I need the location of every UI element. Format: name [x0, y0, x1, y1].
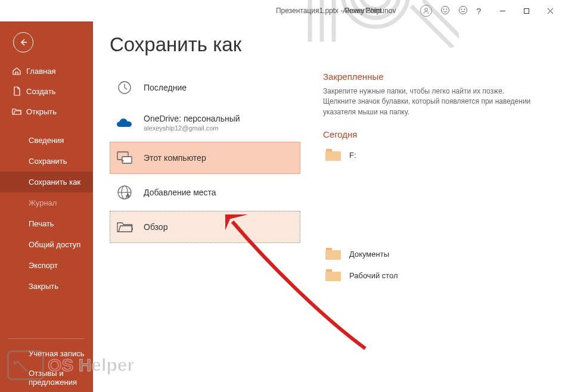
location-label: Последние [144, 83, 187, 92]
titlebar: Презентация1.pptx - PowerPoint Alexey Sh… [0, 0, 562, 21]
minimize-button[interactable] [490, 0, 514, 21]
open-icon [12, 107, 21, 116]
window-controls [490, 0, 562, 21]
backstage-sidebar: Главная Создать Открыть Сведения Сохрани… [0, 21, 93, 392]
window-title: Презентация1.pptx - PowerPoint [100, 7, 557, 15]
browse-icon [116, 219, 133, 235]
pinned-desc: Закрепите нужные папки, чтобы легко найт… [323, 86, 538, 117]
close-button[interactable] [538, 0, 562, 21]
sidebar-item-label: Главная [26, 67, 55, 76]
folder-icon [325, 248, 341, 260]
sidebar-item-saveas[interactable]: Сохранить как [0, 172, 93, 192]
thispc-icon [116, 150, 133, 166]
back-button[interactable] [13, 32, 33, 52]
main-container: Главная Создать Открыть Сведения Сохрани… [0, 21, 562, 392]
location-label: Обзор [144, 222, 167, 232]
svg-point-14 [464, 8, 465, 9]
title-icon-row: ? [420, 5, 481, 17]
location-label: Этот компьютер [144, 153, 206, 163]
sidebar-group-mid: Сведения Сохранить Сохранить как Журнал … [0, 130, 93, 297]
folder-row[interactable]: Документы [323, 243, 548, 265]
maximize-button[interactable] [514, 0, 538, 21]
folder-label: Рабочий стол [349, 271, 398, 280]
sidebar-item-label: Создать [26, 87, 55, 96]
svg-point-13 [461, 8, 462, 9]
folder-label: F: [349, 151, 356, 160]
main-panel: Сохранить как Последние OneDrive: персон… [93, 21, 562, 392]
svg-point-10 [443, 8, 444, 9]
sidebar-item-export[interactable]: Экспорт [0, 255, 93, 276]
folders-column: Закрепленные Закрепите нужные папки, что… [318, 33, 548, 392]
sidebar-item-save[interactable]: Сохранить [0, 151, 93, 172]
sidebar-item-feedback[interactable]: Отзывы и предложения [0, 363, 93, 392]
location-thispc[interactable]: Этот компьютер [110, 142, 300, 174]
onedrive-icon [116, 114, 133, 131]
home-icon [12, 66, 21, 76]
help-icon[interactable]: ? [476, 6, 481, 16]
sidebar-item-new[interactable]: Создать [0, 81, 93, 101]
folder-row[interactable]: F: [323, 144, 548, 166]
location-browse[interactable]: Обзор [110, 211, 300, 243]
location-onedrive[interactable]: OneDrive: персональныйalexeyship12@gmail… [110, 106, 300, 139]
sidebar-item-home[interactable]: Главная [0, 61, 93, 81]
location-recent[interactable]: Последние [110, 71, 300, 104]
sidebar-item-print[interactable]: Печать [0, 213, 93, 234]
recent-icon [116, 79, 133, 96]
sidebar-item-close[interactable]: Закрыть [0, 276, 93, 297]
location-addplace[interactable]: Добавление места [110, 176, 300, 209]
location-label: OneDrive: персональный [144, 114, 240, 123]
sidebar-item-info[interactable]: Сведения [0, 130, 93, 151]
sidebar-item-account[interactable]: Учетная запись [0, 344, 93, 363]
avatar-icon[interactable] [420, 5, 432, 17]
svg-point-8 [425, 8, 428, 11]
page-title: Сохранить как [110, 33, 300, 56]
user-name[interactable]: Alexey Shipunov [343, 7, 396, 15]
folder-icon [325, 269, 341, 281]
sidebar-separator [8, 338, 85, 339]
locations-column: Сохранить как Последние OneDrive: персон… [110, 33, 300, 392]
folder-label: Документы [349, 250, 389, 259]
folder-row[interactable]: Рабочий стол [323, 265, 548, 286]
folder-icon [325, 149, 341, 161]
sidebar-item-share[interactable]: Общий доступ [0, 234, 93, 255]
addplace-icon [116, 184, 133, 201]
sad-icon[interactable] [458, 5, 468, 17]
sidebar-item-history[interactable]: Журнал [0, 192, 93, 213]
svg-point-11 [446, 8, 447, 9]
location-sublabel: alexeyship12@gmail.com [144, 125, 240, 132]
location-label: Добавление места [144, 188, 216, 197]
new-icon [12, 86, 21, 96]
svg-rect-22 [122, 157, 132, 163]
svg-point-12 [459, 6, 467, 14]
sidebar-item-open[interactable]: Открыть [0, 101, 93, 122]
sidebar-item-label: Открыть [26, 107, 57, 116]
pinned-title: Закрепленные [323, 71, 548, 82]
today-title: Сегодня [323, 129, 548, 139]
sidebar-bottom: Учетная запись Отзывы и предложения [0, 334, 93, 392]
smiley-icon[interactable] [440, 5, 450, 17]
svg-rect-16 [524, 8, 529, 13]
svg-point-9 [442, 6, 449, 14]
